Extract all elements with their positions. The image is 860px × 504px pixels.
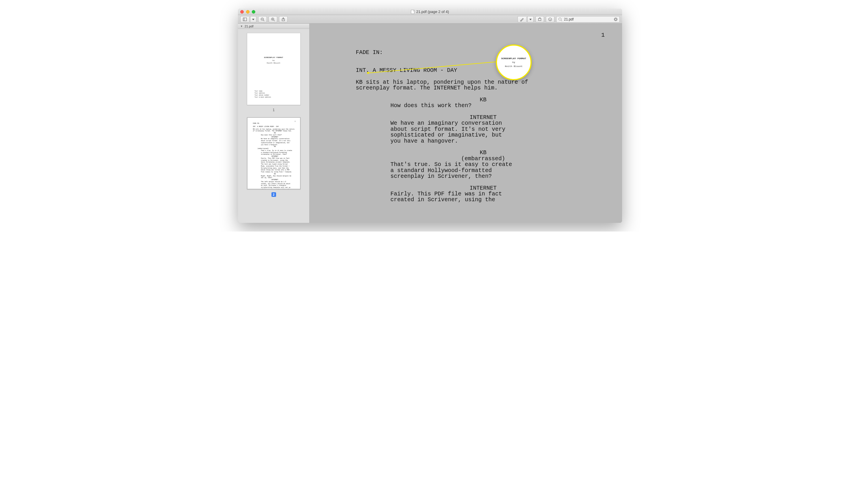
dialog-internet-2: Fairly. This PDF file was in fact create… bbox=[390, 191, 515, 203]
svg-line-19 bbox=[561, 20, 562, 21]
markup-button[interactable] bbox=[517, 16, 526, 23]
svg-rect-14 bbox=[539, 18, 541, 20]
sidebar-filename: 21.pdf bbox=[245, 25, 254, 28]
page-content: FADE IN: INT. A MESSY LIVING ROOM - DAY … bbox=[356, 32, 611, 209]
titlebar: 21.pdf (page 2 of 4) bbox=[238, 9, 622, 15]
svg-line-7 bbox=[274, 20, 275, 21]
highlight-button[interactable]: A bbox=[546, 16, 555, 23]
character-internet-1: INTERNET bbox=[356, 115, 611, 120]
document-icon bbox=[411, 10, 414, 14]
view-mode-button[interactable] bbox=[240, 16, 249, 23]
sidebar-header[interactable]: ▼ 21.pdf bbox=[238, 24, 309, 29]
thumbnail-1-label: 1 bbox=[273, 108, 275, 112]
svg-text:A: A bbox=[549, 18, 551, 20]
window-title: 21.pdf (page 2 of 4) bbox=[238, 10, 622, 14]
disclosure-triangle-icon[interactable]: ▼ bbox=[240, 25, 243, 28]
app-window: 21.pdf (page 2 of 4) bbox=[238, 9, 622, 223]
fade-in: FADE IN: bbox=[356, 50, 611, 55]
svg-marker-2 bbox=[252, 19, 255, 20]
svg-line-4 bbox=[263, 20, 264, 21]
parenthetical-kb-2: (embarrassed) bbox=[356, 156, 611, 162]
action-1: KB sits at his laptop, pondering upon th… bbox=[356, 80, 538, 91]
page-thumbnail-2[interactable]: 1 FADE IN: INT. A MESSY LIVING ROOM - DA… bbox=[247, 117, 301, 189]
search-icon bbox=[558, 17, 562, 21]
window-title-text: 21.pdf (page 2 of 4) bbox=[416, 10, 449, 14]
svg-rect-0 bbox=[243, 18, 246, 21]
dialog-kb-2: That's true. So is it easy to create a s… bbox=[390, 162, 515, 179]
search-field[interactable] bbox=[556, 16, 620, 23]
markup-dropdown[interactable] bbox=[527, 16, 534, 23]
annotation-anchor-dot bbox=[367, 72, 369, 74]
toolbar: A bbox=[238, 15, 622, 24]
svg-marker-13 bbox=[529, 19, 532, 20]
svg-point-18 bbox=[559, 18, 561, 20]
character-kb-1: KB bbox=[356, 97, 611, 103]
page-thumbnail-1[interactable]: SCREENPLAY FORMAT by Keith Blount Your n… bbox=[247, 33, 301, 105]
share-button[interactable] bbox=[279, 16, 288, 23]
zoom-in-button[interactable] bbox=[269, 16, 277, 23]
annotation-zoom-circle: SCREENPLAY FORMAT by Keith Blount bbox=[496, 44, 532, 80]
scene-heading: INT. A MESSY LIVING ROOM - DAY bbox=[356, 68, 611, 73]
thumbnail-sidebar: ▼ 21.pdf SCREENPLAY FORMAT by Keith Blou… bbox=[238, 24, 310, 223]
document-viewer[interactable]: 1 FADE IN: INT. A MESSY LIVING ROOM - DA… bbox=[310, 24, 622, 223]
search-input[interactable] bbox=[564, 17, 612, 21]
svg-marker-15 bbox=[540, 17, 540, 18]
character-internet-2: INTERNET bbox=[356, 185, 611, 191]
view-mode-dropdown[interactable] bbox=[250, 16, 256, 23]
zoom-out-button[interactable] bbox=[258, 16, 267, 23]
character-kb-2: KB bbox=[356, 150, 611, 156]
clear-search-icon[interactable] bbox=[614, 17, 618, 21]
dialog-kb-1: How does this work then? bbox=[390, 103, 515, 109]
rotate-button[interactable] bbox=[535, 16, 544, 23]
thumbnail-2-badge: 2 bbox=[271, 192, 276, 197]
dialog-internet-1: We have an imaginary conversation about … bbox=[390, 120, 515, 144]
